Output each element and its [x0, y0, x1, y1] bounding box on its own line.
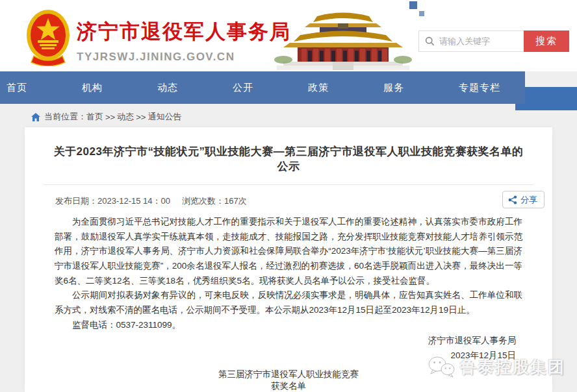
site-title: 济宁市退役军人事务局 — [77, 18, 291, 45]
site-search: 搜索 — [418, 31, 569, 52]
article-signature: 济宁市退役军人事务局 2023年12月15日 — [25, 332, 552, 363]
nav-item-disclosure[interactable]: 公开 — [233, 82, 308, 94]
breadcrumb-home[interactable]: 首页 — [86, 111, 103, 123]
breadcrumb-news[interactable]: 动态 — [117, 111, 134, 123]
nav-item-policy[interactable]: 政策 — [308, 82, 383, 94]
decor-square — [409, 1, 417, 9]
signature-org: 济宁市退役军人事务局 — [25, 334, 516, 349]
breadcrumb-separator: >> — [105, 112, 115, 122]
nav-item-org[interactable]: 机构 — [82, 82, 157, 94]
search-icon — [425, 36, 435, 46]
awards-table-title: 第三届济宁市退役军人职业技能竞赛 获奖名单 — [25, 369, 552, 392]
paragraph: 为全面贯彻习近平总书记对技能人才工作的重要指示和关于退役军人工作的重要论述精神，… — [55, 215, 522, 288]
site-brand: 济宁市退役军人事务局 TYJRSWJ.JINING.GOV.CN — [77, 18, 291, 64]
paragraph: 公示期间对拟表扬对象有异议的，可来电反映，反映情况必须实事求是，明确具体，应告知… — [55, 288, 522, 317]
article-body: 为全面贯彻习近平总书记对技能人才工作的重要指示和关于退役军人工作的重要论述精神，… — [25, 212, 552, 332]
signature-date: 2023年12月15日 — [25, 349, 516, 363]
search-button[interactable]: 搜索 — [524, 31, 569, 52]
nav-item-service[interactable]: 服务 — [383, 82, 459, 94]
search-box — [418, 31, 524, 52]
breadcrumb-notice[interactable]: 通知公告 — [147, 111, 181, 123]
awards-table-title-line1: 第三届济宁市退役军人职业技能竞赛 — [25, 369, 552, 380]
nav-item-home[interactable]: 首页 — [6, 82, 82, 94]
share-button[interactable]: 分享 — [502, 191, 545, 208]
share-icon — [508, 195, 517, 204]
view-count: 浏览次数：167次 — [182, 195, 247, 207]
main-nav: 首页 机构 动态 公开 政策 服务 专题专栏 — [0, 71, 525, 104]
site-header: 济宁市退役军人事务局 TYJRSWJ.JINING.GOV.CN — [0, 0, 577, 71]
decor-square — [419, 11, 424, 16]
nav-item-news[interactable]: 动态 — [157, 82, 233, 94]
breadcrumb: 当前位置： 首页 >> 动态 >> 通知公告 — [31, 110, 181, 123]
national-emblem-icon — [26, 9, 70, 66]
breadcrumb-prefix: 当前位置： — [44, 111, 86, 123]
site-url: TYJRSWJ.JINING.GOV.CN — [77, 51, 291, 64]
palace-photo — [274, 4, 412, 70]
breadcrumb-separator: >> — [136, 112, 146, 122]
share-label: 分享 — [520, 194, 537, 206]
article-meta: 发布日期：2023-12-15 14：00 浏览次数：167次 分享 — [25, 189, 552, 212]
article-title: 关于2023年济宁市“技能状元”职业技能大赛—第三届济宁市退役军人职业技能竞赛获… — [25, 144, 552, 174]
home-icon — [31, 113, 40, 121]
publish-date: 发布日期：2023-12-15 14：00 — [55, 195, 170, 207]
article-card: 关于2023年济宁市“技能状元”职业技能大赛—第三届济宁市退役军人职业技能竞赛获… — [25, 127, 552, 392]
nav-item-special[interactable]: 专题专栏 — [459, 82, 500, 94]
paragraph: 监督电话：0537-2311099。 — [55, 318, 522, 333]
awards-table-title-line2: 获奖名单 — [25, 380, 552, 392]
divider — [43, 184, 534, 185]
search-input[interactable] — [439, 36, 516, 46]
